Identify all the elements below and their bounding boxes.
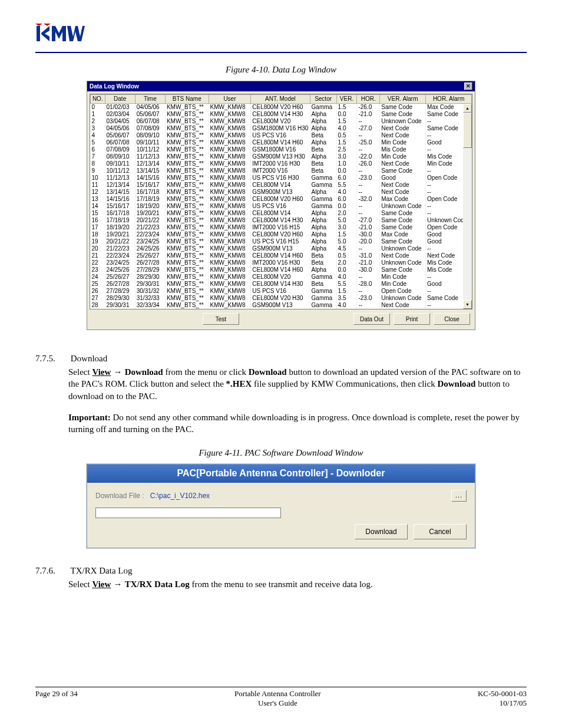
cell: Same Code (380, 104, 426, 111)
column-header[interactable]: VER. Alarm (380, 95, 426, 104)
cell: Beta (310, 167, 336, 174)
table-row[interactable]: 2829/30/3132/33/34KMW_BTS_**KMW_KMW8GSM9… (91, 302, 472, 309)
table-row[interactable]: 1112/13/1415/16/17KMW_BTS_**KMW_KMW8CEL8… (91, 182, 472, 189)
cell: Alpha (310, 111, 336, 118)
cell: 24 (91, 274, 105, 281)
table-row[interactable]: 2425/26/2728/29/30KMW_BTS_**KMW_KMW8CEL8… (91, 274, 472, 281)
cell: 0 (91, 104, 105, 111)
scroll-up-icon[interactable]: ▲ (463, 104, 472, 113)
download-button[interactable]: Download (355, 524, 408, 539)
cell: 10/11/12 (135, 146, 165, 153)
cell: 3.5 (336, 295, 357, 302)
column-header[interactable]: Time (135, 95, 165, 104)
column-header[interactable]: HOR. (357, 95, 380, 104)
cell: Unknown Code (380, 245, 426, 252)
footer-doc-subtitle: User's Guide (258, 699, 297, 707)
scroll-thumb[interactable] (463, 113, 472, 148)
table-row[interactable]: 607/08/0910/11/12KMW_BTS_**KMW_KMW8GSM18… (91, 146, 472, 153)
cell: Gamma (310, 302, 336, 309)
cell: KMW_BTS_** (165, 174, 209, 182)
cell: -21.0 (357, 224, 380, 231)
cell: KMW_BTS_** (165, 245, 209, 252)
cell: KMW_KMW8 (209, 266, 251, 274)
browse-button[interactable]: ... (451, 490, 467, 502)
cell: -- (357, 189, 380, 196)
table-row[interactable]: 2021/22/2324/25/26KMW_BTS_**KMW_KMW8GSM9… (91, 245, 472, 252)
table-row[interactable]: 2627/28/2930/31/32KMW_BTS_**KMW_KMW8US P… (91, 288, 472, 295)
cell: Next Code (380, 132, 426, 139)
table-row[interactable]: 2728/29/3031/32/33KMW_BTS_**KMW_KMW8CEL8… (91, 295, 472, 302)
cell: GSM1800M V16 (251, 146, 310, 153)
column-header[interactable]: Date (105, 95, 135, 104)
cell: 18/19/20 (135, 203, 165, 210)
cell: KMW_KMW8 (209, 118, 251, 125)
cancel-button[interactable]: Cancel (414, 524, 467, 539)
cell: 0.0 (336, 111, 357, 118)
table-row[interactable]: 1516/17/1819/20/21KMW_BTS_**KMW_KMW8CEL8… (91, 210, 472, 217)
column-header[interactable]: ANT. Model (251, 95, 310, 104)
table-row[interactable]: 102/03/0405/06/07KMW_BTS_**KMW_KMW8CEL80… (91, 111, 472, 118)
table-row[interactable]: 506/07/0809/10/11KMW_BTS_**KMW_KMW8CEL80… (91, 139, 472, 146)
table-row[interactable]: 1415/16/1718/19/20KMW_BTS_**KMW_KMW8US P… (91, 203, 472, 210)
data-out-button[interactable]: Data Out (353, 313, 390, 325)
table-row[interactable]: 304/05/0607/08/09KMW_BTS_**KMW_KMW8GSM18… (91, 125, 472, 132)
table-row[interactable]: 1314/15/1617/18/19KMW_BTS_**KMW_KMW8CEL8… (91, 196, 472, 203)
print-button[interactable]: Print (394, 313, 430, 325)
table-row[interactable]: 2526/27/2829/30/31KMW_BTS_**KMW_KMW8CEL8… (91, 281, 472, 288)
table-row[interactable]: 1920/21/2223/24/25KMW_BTS_**KMW_KMW8US P… (91, 238, 472, 245)
cell: 26/27/28 (135, 259, 165, 266)
cell: 27/28/29 (135, 266, 165, 274)
column-header[interactable]: VER. (336, 95, 357, 104)
cell: 02/03/04 (105, 111, 135, 118)
cell: KMW_KMW8 (209, 295, 251, 302)
cell: Gamma (310, 288, 336, 295)
column-header[interactable]: BTS Name (165, 95, 209, 104)
cell: Alpha (310, 153, 336, 160)
cell: Same Code (380, 167, 426, 174)
cell: Same Code (380, 266, 426, 274)
section-number: 7.7.6. (35, 566, 68, 576)
cell: 24/25/26 (135, 245, 165, 252)
table-row[interactable]: 809/10/1112/13/14KMW_BTS_**KMW_KMW8IMT20… (91, 160, 472, 167)
table-row[interactable]: 708/09/1011/12/13KMW_BTS_**KMW_KMW8GSM90… (91, 153, 472, 160)
table-row[interactable]: 1011/12/1314/15/16KMW_BTS_**KMW_KMW8US P… (91, 174, 472, 182)
cell: 19/20/21 (105, 231, 135, 238)
table-row[interactable]: 2122/23/2425/26/27KMW_BTS_**KMW_KMW8CEL8… (91, 252, 472, 259)
table-row[interactable]: 1213/14/1516/17/18KMW_BTS_**KMW_KMW8GSM9… (91, 189, 472, 196)
footer-center: Portable Antenna Controller User's Guide (234, 689, 321, 708)
column-header[interactable]: NO. (91, 95, 105, 104)
table-row[interactable]: 001/02/0304/05/06KMW_BTS_**KMW_KMW8CEL80… (91, 104, 472, 111)
cell: Alpha (310, 217, 336, 224)
table-row[interactable]: 910/11/1213/14/15KMW_BTS_**KMW_KMW8IMT20… (91, 167, 472, 174)
cell: -- (357, 167, 380, 174)
table-row[interactable]: 1819/20/2122/23/24KMW_BTS_**KMW_KMW8CEL8… (91, 231, 472, 238)
table-row[interactable]: 2324/25/2627/28/29KMW_BTS_**KMW_KMW8CEL8… (91, 266, 472, 274)
cell: CEL800M V14 H60 (251, 266, 310, 274)
table-row[interactable]: 203/04/0506/07/08KMW_BTS_**KMW_KMW8CEL80… (91, 118, 472, 125)
test-button[interactable]: Test (203, 313, 239, 325)
close-button[interactable]: Close (434, 313, 470, 325)
cell: Mis Code (380, 146, 426, 153)
data-grid[interactable]: NO.DateTimeBTS NameUserANT. ModelSectorV… (90, 94, 472, 309)
scroll-down-icon[interactable]: ▼ (463, 300, 472, 309)
column-header[interactable]: HOR. Alarm (426, 95, 472, 104)
cell: 12/13/14 (105, 182, 135, 189)
cell: 3.0 (336, 153, 357, 160)
vertical-scrollbar[interactable]: ▲ ▼ (463, 104, 472, 309)
table-row[interactable]: 2223/24/2526/27/28KMW_BTS_**KMW_KMW8IMT2… (91, 259, 472, 266)
table-row[interactable]: 1718/19/2021/22/23KMW_BTS_**KMW_KMW8IMT2… (91, 224, 472, 231)
cell: Open Code (380, 288, 426, 295)
column-header[interactable]: Sector (310, 95, 336, 104)
table-row[interactable]: 405/06/0708/09/10KMW_BTS_**KMW_KMW8US PC… (91, 132, 472, 139)
cell: Next Code (380, 302, 426, 309)
cell: 13/14/15 (105, 189, 135, 196)
cell: Gamma (310, 274, 336, 281)
cell: KMW_BTS_** (165, 281, 209, 288)
cell: 2.0 (336, 210, 357, 217)
close-icon[interactable]: ✕ (464, 83, 472, 90)
cell: GSM1800M V16 H30 (251, 125, 310, 132)
cell: 0.5 (336, 132, 357, 139)
table-row[interactable]: 1617/18/1920/21/22KMW_BTS_**KMW_KMW8CEL8… (91, 217, 472, 224)
column-header[interactable]: User (209, 95, 251, 104)
cell: -20.0 (357, 238, 380, 245)
